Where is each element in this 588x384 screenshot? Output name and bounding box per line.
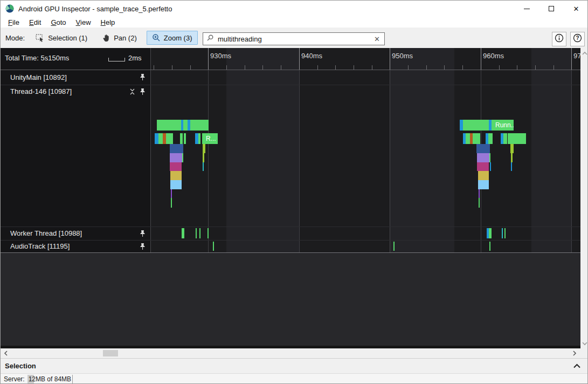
pin-icon[interactable] <box>139 230 146 237</box>
trace-slice[interactable]: R... <box>202 133 218 144</box>
timeline-panel: Total Time: 5s150ms 2ms UnityMain [10892… <box>1 48 588 348</box>
window-title: Android GPU Inspector - sample_trace_5.p… <box>18 5 172 13</box>
trace-slice[interactable] <box>476 144 490 153</box>
collapse-icon[interactable] <box>129 88 135 95</box>
ruler-major-tick <box>481 48 481 70</box>
scroll-down-icon[interactable] <box>580 340 588 347</box>
ruler-tick <box>281 65 281 70</box>
mode-button-selection[interactable]: Selection (1) <box>30 31 93 45</box>
trace-slice[interactable] <box>478 180 489 189</box>
mode-button-pan[interactable]: Pan (2) <box>97 31 142 45</box>
trace-slice[interactable] <box>489 228 492 238</box>
scroll-right-icon[interactable] <box>570 348 579 358</box>
menu-item-edit[interactable]: Edit <box>24 17 46 28</box>
trace-slice[interactable] <box>207 228 209 238</box>
search-input[interactable] <box>217 35 373 44</box>
trace-slice[interactable] <box>508 133 526 144</box>
menu-item-help[interactable]: Help <box>96 17 120 28</box>
search-clear-icon[interactable]: ✕ <box>373 35 381 43</box>
trace-slice[interactable] <box>170 162 182 171</box>
pin-icon[interactable] <box>139 73 146 81</box>
trace-slice[interactable] <box>166 133 173 144</box>
minimize-button[interactable] <box>514 1 539 17</box>
trace-slice[interactable]: Runn... <box>492 120 514 131</box>
trace-slice[interactable] <box>171 189 172 198</box>
menu-item-goto[interactable]: Goto <box>46 17 71 28</box>
trace-slice[interactable] <box>157 120 181 131</box>
mode-button-zoom[interactable]: Zoom (3) <box>147 31 198 45</box>
track-row-unitymain[interactable]: UnityMain [10892] <box>1 70 150 85</box>
trace-slice[interactable] <box>203 162 204 171</box>
trace-slice[interactable] <box>466 133 470 144</box>
scroll-left-icon[interactable] <box>2 348 10 358</box>
ruler-tick <box>245 65 245 70</box>
trace-slice[interactable] <box>182 153 183 162</box>
trace-slice[interactable] <box>183 120 188 131</box>
trace-slice[interactable] <box>170 144 183 153</box>
trace-slice[interactable] <box>170 153 182 162</box>
trace-slice[interactable] <box>511 162 512 171</box>
status-bar: Server: 12MB of 84MB <box>1 373 588 384</box>
trace-slice[interactable] <box>155 133 158 144</box>
chevron-up-icon[interactable] <box>573 364 581 368</box>
trace-slice[interactable] <box>158 133 163 144</box>
server-label: Server: <box>4 375 25 383</box>
menu-bar: FileEditGotoViewHelp <box>1 17 588 28</box>
vertical-scrollbar[interactable] <box>580 48 588 348</box>
trace-slice[interactable] <box>463 120 489 131</box>
trace-slice[interactable] <box>503 133 507 144</box>
track-row-audiotrack[interactable]: AudioTrack [11195] <box>1 240 150 252</box>
track-row-thread-146[interactable]: Thread-146 [10987] <box>1 85 150 98</box>
trace-slice[interactable] <box>479 198 480 208</box>
trace-slice[interactable] <box>488 133 493 144</box>
trace-slice[interactable] <box>502 228 503 238</box>
trace-slice[interactable] <box>490 162 491 171</box>
menu-item-file[interactable]: File <box>3 17 24 28</box>
trace-slice[interactable] <box>198 133 200 144</box>
trace-slice[interactable] <box>477 153 489 162</box>
trace-slice[interactable] <box>489 242 490 251</box>
trace-slice[interactable] <box>196 228 197 238</box>
ruler-tick <box>262 65 263 70</box>
selection-panel-header[interactable]: Selection <box>1 358 588 373</box>
trace-slice[interactable] <box>478 171 489 180</box>
info-button[interactable] <box>552 32 566 46</box>
scrollbar-thumb[interactable] <box>103 350 118 356</box>
trace-slice[interactable] <box>184 133 186 144</box>
trace-slice[interactable] <box>171 198 172 208</box>
horizontal-scrollbar[interactable] <box>1 348 588 358</box>
trace-slice[interactable] <box>510 144 514 153</box>
trace-slice[interactable] <box>203 153 204 162</box>
maximize-button[interactable] <box>539 1 564 17</box>
maximize-icon <box>549 6 554 11</box>
trace-slice[interactable] <box>511 153 513 162</box>
trace-slice[interactable] <box>199 228 200 238</box>
mode-button-label: Zoom (3) <box>164 34 192 42</box>
trace-slice[interactable] <box>479 189 480 198</box>
trace-slice[interactable] <box>180 133 183 144</box>
trace-slice[interactable] <box>477 162 489 171</box>
row-separator <box>1 240 580 241</box>
trace-slice[interactable] <box>170 171 182 180</box>
pin-icon[interactable] <box>139 88 146 95</box>
mode-label: Mode: <box>5 34 25 42</box>
help-button[interactable]: ? <box>570 32 585 46</box>
trace-slice[interactable] <box>393 242 395 251</box>
ruler-major-tick <box>299 48 300 70</box>
scroll-up-icon[interactable] <box>580 49 588 57</box>
trace-slice[interactable] <box>182 228 184 238</box>
track-name: UnityMain [10892] <box>10 73 139 81</box>
trace-slice[interactable] <box>203 144 205 153</box>
trace-slice[interactable] <box>213 242 214 251</box>
trace-slice[interactable] <box>473 133 480 144</box>
trace-slice[interactable] <box>504 228 506 238</box>
memory-text: 12MB of 84MB <box>29 375 71 383</box>
trace-slice[interactable] <box>489 153 490 162</box>
trace-slice[interactable] <box>190 120 209 131</box>
timeline-canvas[interactable]: 930ms940ms950ms960ms97Runn...R... <box>150 48 580 253</box>
track-row-worker[interactable]: Worker Thread [10988] <box>1 227 150 240</box>
trace-slice[interactable] <box>170 180 182 189</box>
pin-icon[interactable] <box>139 243 146 250</box>
menu-item-view[interactable]: View <box>71 17 96 28</box>
close-button[interactable]: ✕ <box>564 1 588 17</box>
